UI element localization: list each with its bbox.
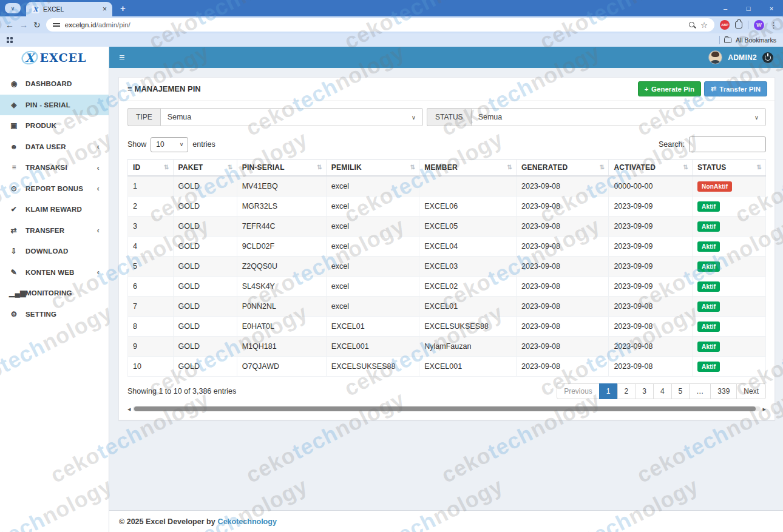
browser-menu-icon[interactable]: ⋮ bbox=[770, 21, 778, 30]
column-header-pemilik[interactable]: PEMILIK⇅ bbox=[326, 160, 419, 177]
sidebar-item-monitoring[interactable]: ▁▄▆MONITORING bbox=[0, 283, 109, 304]
sort-icon: ⇅ bbox=[228, 164, 233, 170]
status-filter-select[interactable]: Semua ∨ bbox=[471, 108, 766, 126]
address-bar[interactable]: excelgn.id/admin/pin/ ☆ bbox=[46, 18, 714, 32]
user-avatar[interactable] bbox=[708, 50, 722, 64]
column-header-id[interactable]: ID⇅ bbox=[128, 160, 174, 177]
close-window-button[interactable]: × bbox=[760, 0, 783, 16]
scrollbar-track[interactable] bbox=[133, 406, 760, 411]
page-button-3[interactable]: 3 bbox=[635, 383, 654, 399]
tipe-filter-value: Semua bbox=[168, 113, 192, 121]
footer-text: © 2025 Excel Developer by bbox=[119, 517, 215, 526]
browser-tab[interactable]: X EXCEL × bbox=[26, 2, 112, 16]
page-button-4[interactable]: 4 bbox=[653, 383, 672, 399]
chevron-down-icon: ∨ bbox=[11, 5, 15, 12]
column-header-activated[interactable]: ACTIVATED⇅ bbox=[609, 160, 693, 177]
sidebar-menu: ◉DASHBOARD◈PIN - SERIAL▣PRODUK☻DATA USER… bbox=[0, 69, 109, 325]
cell-activated: 0000-00-00 bbox=[609, 176, 693, 197]
cell-id: 5 bbox=[128, 257, 174, 277]
check-icon: ✔ bbox=[9, 205, 19, 214]
chevron-left-icon: ‹ bbox=[97, 268, 100, 277]
page-button-339[interactable]: 339 bbox=[710, 383, 737, 399]
tab-search-button[interactable]: ∨ bbox=[5, 3, 21, 13]
sidebar-item-report-bonus[interactable]: ⊙REPORT BONUS‹ bbox=[0, 178, 109, 200]
cell-pemilik: excel bbox=[326, 237, 419, 257]
search-input[interactable] bbox=[689, 136, 766, 152]
column-header-status[interactable]: STATUS⇅ bbox=[693, 160, 766, 177]
cell-id: 10 bbox=[128, 357, 174, 377]
column-header-generated[interactable]: GENERATED⇅ bbox=[517, 160, 609, 177]
cell-member: EXCEL03 bbox=[419, 257, 517, 277]
cell-id: 4 bbox=[128, 237, 174, 257]
app-logo[interactable]: X EXCEL bbox=[0, 47, 109, 69]
sidebar-item-transaksi[interactable]: ≡TRANSAKSI‹ bbox=[0, 157, 109, 178]
reload-button[interactable]: ↻ bbox=[33, 21, 41, 29]
hamburger-icon[interactable]: ≡ bbox=[109, 52, 134, 63]
folder-icon bbox=[724, 38, 731, 43]
new-tab-button[interactable]: + bbox=[120, 3, 126, 13]
sidebar-item-konten-web[interactable]: ✎KONTEN WEB‹ bbox=[0, 262, 109, 283]
sidebar-item-transfer[interactable]: ⇄TRANSFER‹ bbox=[0, 220, 109, 241]
page-title-text: MANAJEMEN PIN bbox=[135, 84, 201, 93]
download-icon: ⇩ bbox=[9, 247, 19, 255]
show-label: Show bbox=[127, 140, 146, 149]
bookmark-star-icon[interactable]: ☆ bbox=[700, 21, 708, 29]
back-button[interactable]: ← bbox=[5, 21, 14, 29]
page-button-[interactable]: … bbox=[689, 383, 711, 399]
cube-icon: ▣ bbox=[9, 121, 19, 130]
scrollbar-thumb[interactable] bbox=[134, 406, 755, 411]
cell-generated: 2023-09-08 bbox=[517, 217, 609, 237]
chart-icon: ▁▄▆ bbox=[9, 289, 19, 297]
list-icon: ≡ bbox=[127, 84, 132, 93]
page-button-previous[interactable]: Previous bbox=[557, 383, 600, 399]
plus-icon: + bbox=[645, 86, 648, 93]
page-button-2[interactable]: 2 bbox=[617, 383, 636, 399]
page-button-next[interactable]: Next bbox=[736, 383, 766, 399]
extensions-icon[interactable] bbox=[735, 21, 742, 29]
column-header-member[interactable]: MEMBER⇅ bbox=[419, 160, 517, 177]
sidebar-item-setting[interactable]: ⚙SETTING bbox=[0, 304, 109, 325]
footer-link[interactable]: Cekotechnology bbox=[218, 517, 277, 526]
cell-generated: 2023-09-08 bbox=[517, 357, 609, 377]
sort-icon: ⇅ bbox=[683, 164, 688, 170]
toolbar-divider bbox=[748, 21, 748, 29]
horizontal-scrollbar[interactable]: ◀ ▶ bbox=[127, 406, 766, 411]
page-length-select[interactable]: 10 ∨ bbox=[151, 137, 188, 152]
generate-pin-button[interactable]: + Generate Pin bbox=[638, 81, 701, 96]
zoom-icon[interactable] bbox=[689, 22, 696, 29]
transfer-pin-label: Transfer PIN bbox=[719, 86, 761, 93]
chevron-left-icon: ‹ bbox=[97, 142, 100, 151]
minimize-button[interactable]: – bbox=[714, 0, 737, 16]
column-header-paket[interactable]: PAKET⇅ bbox=[173, 160, 237, 177]
sidebar-item-pin-serial[interactable]: ◈PIN - SERIAL bbox=[0, 95, 109, 116]
apps-grid-icon[interactable] bbox=[7, 37, 13, 43]
site-settings-icon[interactable] bbox=[53, 22, 60, 28]
maximize-button[interactable]: □ bbox=[737, 0, 760, 16]
cell-status: Aktif bbox=[693, 197, 766, 217]
cell-activated: 2023-09-08 bbox=[609, 337, 693, 357]
tipe-filter-select[interactable]: Semua ∨ bbox=[160, 108, 423, 126]
forward-button[interactable]: → bbox=[19, 21, 28, 29]
scroll-right-icon[interactable]: ▶ bbox=[763, 407, 766, 411]
tab-close-icon[interactable]: × bbox=[103, 5, 107, 13]
sidebar-item-data-user[interactable]: ☻DATA USER‹ bbox=[0, 136, 109, 158]
browser-profile-avatar[interactable]: W bbox=[754, 20, 764, 30]
scroll-left-icon[interactable]: ◀ bbox=[127, 407, 130, 411]
adblock-extension-icon[interactable]: ABP bbox=[720, 20, 730, 30]
column-header-pin-serial[interactable]: PIN-SERIAL⇅ bbox=[237, 160, 326, 177]
page-button-1[interactable]: 1 bbox=[599, 383, 618, 399]
logout-power-icon[interactable] bbox=[762, 52, 773, 63]
cell-paket: GOLD bbox=[173, 217, 237, 237]
sidebar-item-dashboard[interactable]: ◉DASHBOARD bbox=[0, 73, 109, 95]
username-label[interactable]: ADMIN2 bbox=[728, 53, 757, 62]
sidebar-item-klaim-reward[interactable]: ✔KLAIM REWARD bbox=[0, 199, 109, 220]
page-button-5[interactable]: 5 bbox=[671, 383, 690, 399]
sidebar-item-produk[interactable]: ▣PRODUK bbox=[0, 115, 109, 136]
status-badge: Aktif bbox=[697, 201, 720, 212]
transfer-pin-button[interactable]: ⇄ Transfer PIN bbox=[704, 81, 767, 96]
pin-table: ID⇅PAKET⇅PIN-SERIAL⇅PEMILIK⇅MEMBER⇅GENER… bbox=[127, 159, 766, 377]
all-bookmarks-button[interactable]: All Bookmarks bbox=[736, 36, 776, 44]
sidebar-item-download[interactable]: ⇩DOWNLOAD bbox=[0, 241, 109, 262]
status-badge: Aktif bbox=[697, 301, 720, 312]
cell-pemilik: excel bbox=[326, 176, 419, 197]
